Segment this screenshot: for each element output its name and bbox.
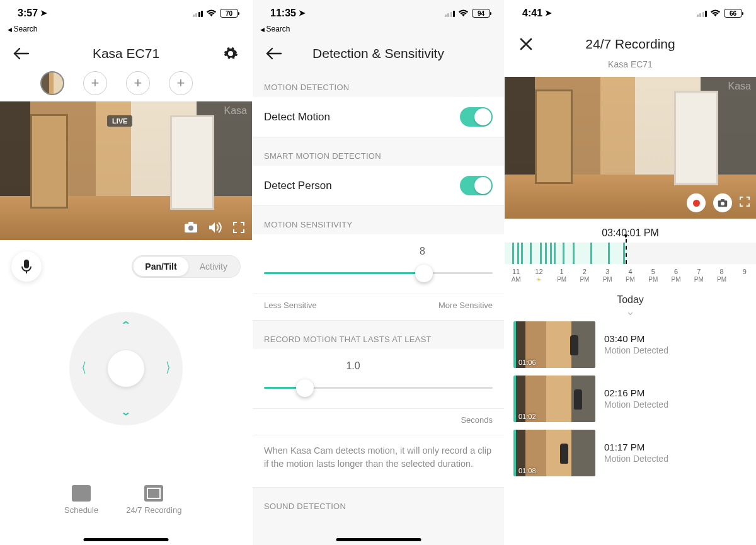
bottom-actions: Schedule 24/7 Recording <box>0 485 252 515</box>
section-motion-detection: MOTION DETECTION <box>253 69 504 97</box>
dpad-down[interactable]: ⌄ <box>120 406 132 418</box>
recorded-video-feed[interactable]: Kasa <box>505 77 756 219</box>
watermark: Kasa <box>224 105 247 117</box>
detect-motion-toggle[interactable] <box>460 107 493 127</box>
clip-duration: 01:02 <box>518 413 536 420</box>
sensitivity-value: 8 <box>308 246 504 257</box>
status-time: 3:57 <box>18 8 38 19</box>
timeline-hours: 11AM12☀1PM2PM3PM4PM5PM6PM7PM8PM9 <box>505 264 756 285</box>
mute-icon[interactable] <box>208 221 222 234</box>
sensitivity-slider[interactable] <box>264 261 493 286</box>
less-sensitive-label: Less Sensitive <box>264 301 317 310</box>
detect-person-toggle[interactable] <box>460 176 493 195</box>
add-preset-button[interactable]: + <box>126 71 150 95</box>
cellular-icon <box>445 9 455 17</box>
location-icon: ➤ <box>545 8 552 18</box>
fullscreen-icon[interactable] <box>232 221 246 234</box>
help-text: When Kasa Cam detects motion, it will on… <box>253 435 504 488</box>
pan-tilt-dpad: ⌃ ⌄ 〈 〉 <box>69 312 183 425</box>
recording-button[interactable]: 24/7 Recording <box>126 485 181 515</box>
clip-item[interactable]: 01:0202:16 PMMotion Detected <box>513 376 747 422</box>
more-sensitive-label: More Sensitive <box>438 301 493 310</box>
section-sound-detection: SOUND DETECTION <box>253 488 504 511</box>
preset-thumbnail[interactable] <box>40 71 64 95</box>
chevron-down-icon[interactable]: ⌄ <box>505 308 756 315</box>
dpad-center[interactable] <box>108 350 144 387</box>
hour-label: 11AM <box>505 268 527 283</box>
detect-person-label: Detect Person <box>264 180 332 192</box>
clip-thumbnail[interactable]: 01:06 <box>513 321 595 368</box>
clip-duration: 01:08 <box>518 467 536 474</box>
cellular-icon <box>193 9 203 17</box>
back-arrow-icon[interactable] <box>13 45 30 62</box>
svg-point-2 <box>188 226 193 231</box>
battery-icon: 70 <box>220 9 238 18</box>
live-video-feed[interactable]: LIVE Kasa <box>0 101 252 240</box>
sensitivity-slider-block: 8 <box>253 234 504 294</box>
screen-live-view: 3:57 ➤ 70 Search Kasa EC71 + + + LIVE Ka… <box>0 0 252 545</box>
dpad-up[interactable]: ⌃ <box>120 319 132 331</box>
close-icon[interactable] <box>517 35 535 53</box>
clip-description: Motion Detected <box>604 345 668 355</box>
duration-slider-block: 1.0 <box>253 349 504 409</box>
preset-row: + + + <box>0 69 252 101</box>
app-header: 24/7 Recording <box>505 26 756 59</box>
today-header: Today <box>505 294 756 306</box>
clip-thumbnail[interactable]: 01:08 <box>513 430 595 476</box>
back-arrow-icon[interactable] <box>265 45 283 62</box>
hour-label: 2PM <box>573 268 596 283</box>
record-button[interactable] <box>687 193 706 212</box>
status-bar: 3:57 ➤ 70 <box>0 0 252 26</box>
section-smart-motion: SMART MOTION DETECTION <box>253 137 504 166</box>
home-indicator[interactable] <box>336 538 421 541</box>
tab-pan-tilt[interactable]: Pan/Tilt <box>134 257 188 276</box>
screen-detection-settings: 11:35 ➤ 94 Search Detection & Sensitivit… <box>252 0 504 545</box>
back-to-search[interactable]: Search <box>0 25 252 33</box>
page-title: 24/7 Recording <box>585 37 675 52</box>
svg-rect-1 <box>188 222 193 224</box>
location-icon: ➤ <box>299 8 306 18</box>
schedule-label: Schedule <box>64 505 98 515</box>
watermark: Kasa <box>728 81 751 92</box>
home-indicator[interactable] <box>84 538 169 541</box>
duration-slider[interactable] <box>264 376 493 401</box>
add-preset-button[interactable]: + <box>169 71 193 95</box>
status-bar: 4:41 ➤ 66 <box>505 0 756 26</box>
snapshot-icon[interactable] <box>713 193 732 212</box>
clips-list: 01:0603:40 PMMotion Detected01:0202:16 P… <box>505 321 756 476</box>
hour-label: 5PM <box>642 268 665 283</box>
gear-icon[interactable] <box>222 45 239 62</box>
hour-label: 6PM <box>665 268 687 283</box>
battery-icon: 94 <box>472 9 490 18</box>
tab-activity[interactable]: Activity <box>188 257 239 276</box>
duration-value: 1.0 <box>252 360 467 372</box>
microphone-button[interactable] <box>11 251 42 282</box>
fullscreen-icon[interactable] <box>740 197 750 209</box>
detect-person-cell: Detect Person <box>253 166 504 206</box>
seconds-label: Seconds <box>461 415 493 425</box>
hour-label: 3PM <box>596 268 619 283</box>
status-time: 4:41 <box>522 8 542 19</box>
clip-thumbnail[interactable]: 01:02 <box>513 376 595 422</box>
page-subtitle: Kasa EC71 <box>505 59 756 77</box>
schedule-button[interactable]: Schedule <box>64 485 98 515</box>
clip-item[interactable]: 01:0603:40 PMMotion Detected <box>513 321 747 368</box>
clip-duration: 01:06 <box>518 359 536 366</box>
dpad-left[interactable]: 〈 <box>77 360 86 377</box>
clip-description: Motion Detected <box>604 399 668 410</box>
add-preset-button[interactable]: + <box>83 71 107 95</box>
back-to-search[interactable]: Search <box>253 25 504 33</box>
clip-time: 02:16 PM <box>604 387 668 398</box>
status-time: 11:35 <box>270 8 296 19</box>
status-bar: 11:35 ➤ 94 <box>253 0 504 26</box>
page-title: Kasa EC71 <box>93 46 159 61</box>
snapshot-icon[interactable] <box>184 221 198 234</box>
clip-time: 03:40 PM <box>604 333 668 344</box>
svg-rect-5 <box>721 199 724 201</box>
screen-247-recording: 4:41 ➤ 66 24/7 Recording Kasa EC71 Kasa <box>504 0 756 545</box>
svg-rect-3 <box>24 260 29 268</box>
clip-item[interactable]: 01:0801:17 PMMotion Detected <box>513 430 747 476</box>
timeline[interactable] <box>505 243 756 264</box>
dpad-right[interactable]: 〉 <box>166 360 175 377</box>
page-title: Detection & Sensitivity <box>312 46 444 61</box>
